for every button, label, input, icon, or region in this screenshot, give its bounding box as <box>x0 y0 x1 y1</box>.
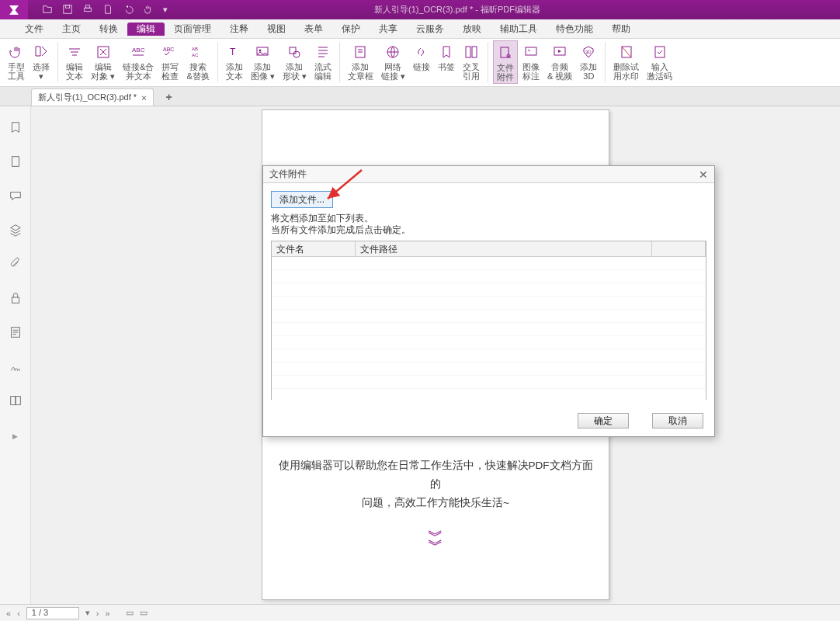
menu-云服务[interactable]: 云服务 <box>407 23 453 36</box>
last-page-icon[interactable]: » <box>105 609 109 618</box>
window-title: 新人引导(1)_OCR(3).pdf * - 福昕PDF编辑器 <box>168 4 747 16</box>
expand-panel-icon[interactable]: ▶ <box>12 432 18 440</box>
ribbon-图像标注[interactable]: 图像标注 <box>519 40 543 82</box>
next-page-icon[interactable]: › <box>96 609 99 618</box>
menu-注释[interactable]: 注释 <box>220 23 258 36</box>
ribbon-删除试用水印[interactable]: 删除试用水印 <box>610 40 642 82</box>
svg-rect-2 <box>85 8 92 11</box>
dialog-close-icon[interactable]: ✕ <box>699 168 708 181</box>
menu-辅助工具[interactable]: 辅助工具 <box>491 23 547 36</box>
ribbon-链接[interactable]: 链接 <box>410 40 433 73</box>
form-icon[interactable] <box>9 325 23 342</box>
ok-button[interactable]: 确定 <box>578 413 629 428</box>
ribbon-书签[interactable]: 书签 <box>435 40 458 73</box>
ribbon-输入激活码[interactable]: 输入激活码 <box>644 40 675 82</box>
svg-text:ABC: ABC <box>132 47 145 54</box>
ribbon-文件附件[interactable]: 文件附件 <box>493 40 518 84</box>
doc-line-1: 使用编辑器可以帮助您在日常工作生活中，快速解决PDF文档方面的 <box>279 460 593 490</box>
menu-文件[interactable]: 文件 <box>16 23 53 36</box>
menu-表单[interactable]: 表单 <box>295 23 332 36</box>
ribbon-搜索&替换[interactable]: ABAC搜索&替换 <box>183 40 212 82</box>
menu-视图[interactable]: 视图 <box>258 23 295 36</box>
svg-text:T: T <box>230 47 236 57</box>
svg-rect-26 <box>12 297 19 303</box>
file-list-grid[interactable]: 文件名 文件路径 <box>271 241 706 400</box>
file-list-body <box>272 257 706 401</box>
menu-特色功能[interactable]: 特色功能 <box>547 23 602 36</box>
ribbon-交叉引用[interactable]: 交叉引用 <box>460 40 483 82</box>
ribbon-音频& 视频[interactable]: 音频& 视频 <box>544 40 575 82</box>
menu-放映[interactable]: 放映 <box>453 23 491 36</box>
bookmark-icon[interactable] <box>9 120 23 137</box>
compare-icon[interactable] <box>9 394 23 411</box>
close-icon[interactable]: × <box>141 93 146 102</box>
dialog-title: 文件附件 <box>269 168 307 181</box>
ribbon-编辑对象 ▾[interactable]: 编辑对象 ▾ <box>88 40 118 82</box>
svg-text:3D: 3D <box>585 50 592 54</box>
attachment-icon[interactable] <box>9 257 23 274</box>
dialog-title-bar[interactable]: 文件附件 ✕ <box>263 166 714 183</box>
ribbon-网络链接 ▾[interactable]: 网络链接 ▾ <box>378 40 408 82</box>
svg-rect-29 <box>16 397 20 405</box>
svg-rect-12 <box>290 47 296 54</box>
svg-text:ABC: ABC <box>163 47 174 52</box>
view-mode-2-icon[interactable]: ▭ <box>140 608 148 618</box>
comment-icon[interactable] <box>9 189 23 206</box>
document-tab[interactable]: 新人引导(1)_OCR(3).pdf * × <box>31 88 154 106</box>
view-mode-1-icon[interactable]: ▭ <box>126 608 134 618</box>
open-icon[interactable] <box>42 4 53 16</box>
ribbon-手型工具[interactable]: 手型工具 <box>5 40 28 82</box>
ribbon-添加3D[interactable]: 3D添加3D <box>577 40 600 82</box>
save-icon[interactable] <box>62 4 73 16</box>
new-tab-button[interactable]: + <box>166 91 172 106</box>
column-filename[interactable]: 文件名 <box>272 241 356 256</box>
ribbon-添加文本[interactable]: T添加文本 <box>223 40 246 82</box>
ribbon-选择▾[interactable]: 选择▾ <box>30 40 53 82</box>
document-tab-bar: 新人引导(1)_OCR(3).pdf * × + <box>0 87 840 106</box>
add-file-button[interactable]: 添加文件... <box>271 191 333 208</box>
ribbon-添加文章框[interactable]: 添加文章框 <box>345 40 377 82</box>
svg-rect-0 <box>64 5 72 13</box>
print-icon[interactable] <box>82 4 93 16</box>
svg-point-13 <box>293 51 300 57</box>
menu-页面管理[interactable]: 页面管理 <box>165 23 220 36</box>
title-bar: ▾ 新人引导(1)_OCR(3).pdf * - 福昕PDF编辑器 <box>0 0 840 19</box>
menu-保护[interactable]: 保护 <box>332 23 370 36</box>
ribbon-链接&合并文本[interactable]: ABC链接&合并文本 <box>120 40 157 82</box>
undo-icon[interactable] <box>123 4 134 16</box>
svg-rect-20 <box>526 47 536 55</box>
svg-rect-3 <box>85 5 89 8</box>
status-bar: « ‹ 1 / 3 ▾ › » ▭ ▭ <box>0 604 840 621</box>
app-logo <box>0 0 28 19</box>
first-page-icon[interactable]: « <box>6 609 11 618</box>
menu-主页[interactable]: 主页 <box>53 23 90 36</box>
scroll-down-hint-icon: ︾︾ <box>428 531 443 550</box>
ribbon-流式编辑[interactable]: 流式编辑 <box>311 40 335 82</box>
prev-page-icon[interactable]: ‹ <box>17 609 20 618</box>
menu-帮助[interactable]: 帮助 <box>602 23 640 36</box>
menu-转换[interactable]: 转换 <box>90 23 127 36</box>
cancel-button[interactable]: 取消 <box>652 413 703 428</box>
signature-icon[interactable] <box>9 359 23 376</box>
page-icon[interactable] <box>102 4 113 16</box>
security-icon[interactable] <box>9 291 23 308</box>
ribbon-添加图像 ▾[interactable]: 添加图像 ▾ <box>248 40 278 82</box>
ribbon-添加形状 ▾[interactable]: 添加形状 ▾ <box>279 40 310 82</box>
menu-编辑[interactable]: 编辑 <box>127 23 165 36</box>
column-filepath[interactable]: 文件路径 <box>356 241 652 256</box>
pages-icon[interactable] <box>9 154 23 172</box>
add-file-label: 添加文件... <box>279 193 325 206</box>
hand-icon[interactable] <box>143 4 154 16</box>
page-dropdown-icon[interactable]: ▾ <box>85 608 90 618</box>
svg-rect-17 <box>472 47 477 57</box>
svg-text:AB: AB <box>192 47 198 51</box>
dialog-hint-1: 将文档添加至如下列表。 <box>271 213 373 224</box>
svg-rect-24 <box>655 47 665 57</box>
menu-共享[interactable]: 共享 <box>370 23 407 36</box>
layers-icon[interactable] <box>9 223 23 240</box>
dialog-hint-2: 当所有文件添加完成后点击确定。 <box>271 224 411 235</box>
page-indicator[interactable]: 1 / 3 <box>26 607 79 619</box>
ribbon-拼写检查[interactable]: ABC拼写检查 <box>158 40 182 82</box>
ribbon-编辑文本[interactable]: 编辑文本 <box>63 40 86 82</box>
doc-line-2: 问题，高效工作方能快乐生活~ <box>362 497 509 508</box>
